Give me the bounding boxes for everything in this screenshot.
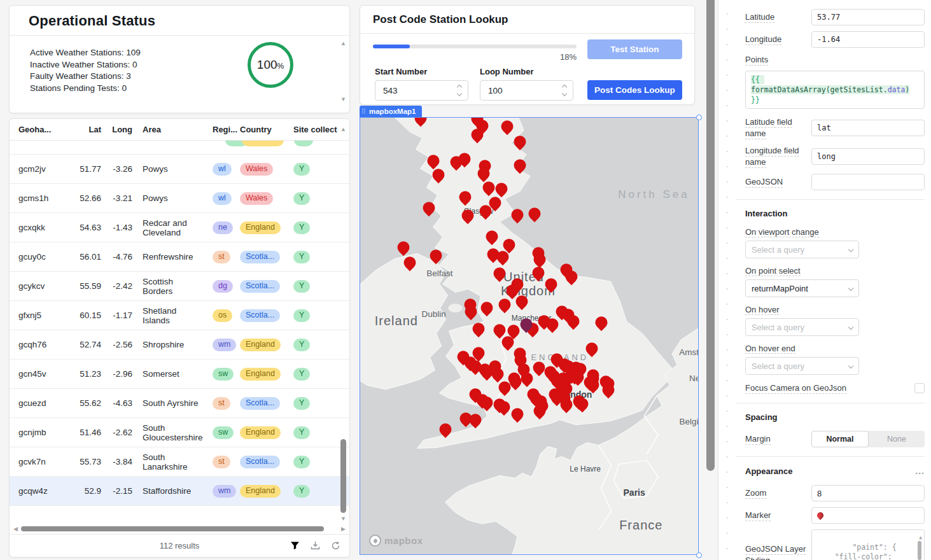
- longitude-input[interactable]: -1.64: [811, 31, 925, 48]
- mapbox-map[interactable]: North SeaGlasgowBelfastDublinIrelandUnit…: [360, 117, 699, 555]
- table-row-partial[interactable]: [10, 141, 349, 155]
- map-label: Le Havre: [570, 465, 601, 473]
- progress-label: 18%: [373, 52, 577, 62]
- region-badge: wl: [213, 192, 232, 205]
- mapbox-logo[interactable]: mapbox: [369, 535, 423, 547]
- geojson-styling-editor[interactable]: "paint": { "fill-color": "blue", } ▲: [811, 529, 925, 560]
- country-badge: Scotla...: [240, 280, 280, 293]
- table-row[interactable]: gcnjmb51.46-2.62South GloucestershireswE…: [10, 418, 349, 447]
- margin-option-normal[interactable]: Normal: [811, 431, 869, 447]
- region-badge: st: [213, 456, 230, 468]
- long-cell: -2.62: [101, 428, 132, 437]
- stepper-icons[interactable]: [563, 85, 566, 95]
- column-header-long[interactable]: Long: [101, 125, 132, 134]
- table-vertical-scrollbar[interactable]: [340, 439, 346, 513]
- horizontal-scrollbar-thumb[interactable]: [21, 526, 324, 531]
- scroll-right-icon[interactable]: ▶: [341, 526, 346, 532]
- country-badge: Wales: [240, 192, 273, 205]
- latitude-input[interactable]: 53.77: [811, 9, 925, 25]
- table-row[interactable]: gcms1h52.66-3.21PowyswlWalesY: [10, 184, 349, 213]
- column-header-geohash[interactable]: Geoha...: [18, 125, 72, 134]
- event-query-select[interactable]: Select a query: [745, 318, 859, 336]
- resize-handle-top-right[interactable]: [696, 115, 702, 120]
- column-header-lat[interactable]: Lat: [72, 125, 101, 134]
- event-query-select[interactable]: returnMapPoint: [745, 279, 859, 297]
- latitude-field-name-input[interactable]: lat: [811, 120, 925, 136]
- geohash-cell: gcqw4z: [18, 486, 72, 496]
- table-scroll-down-icon[interactable]: ▼: [340, 516, 346, 522]
- table-row[interactable]: gcm2jv51.77-3.26PowyswlWalesY: [10, 155, 349, 184]
- country-badge: Scotla...: [240, 251, 280, 263]
- test-station-button[interactable]: Test Station: [587, 39, 682, 59]
- table-row[interactable]: gcn45v51.23-2.96SomersetswEnglandY: [10, 360, 349, 389]
- region-badge: dg: [213, 280, 233, 293]
- lat-cell: 52.66: [72, 193, 101, 203]
- table-horizontal-scrollbar[interactable]: ◀ ▶: [10, 524, 349, 534]
- stepper-icons[interactable]: [458, 85, 461, 95]
- refresh-icon[interactable]: [331, 541, 340, 550]
- column-header-country[interactable]: Country: [240, 125, 293, 134]
- progress-ring-unit: %: [277, 62, 284, 71]
- table-scroll-up-icon[interactable]: ▲: [340, 127, 346, 132]
- scroll-left-icon[interactable]: ◀: [13, 526, 18, 532]
- long-cell: -1.43: [101, 223, 132, 232]
- longitude-field-name-input[interactable]: long: [811, 148, 925, 165]
- drag-handle-icon[interactable]: [362, 109, 366, 115]
- region-badge: ne: [213, 221, 233, 234]
- chevron-down-icon: [848, 247, 853, 252]
- site-badge: [294, 141, 313, 146]
- column-header-region[interactable]: Regi...: [204, 125, 240, 134]
- resize-handle-bottom-right[interactable]: [696, 552, 702, 558]
- lat-cell: 60.15: [72, 311, 101, 320]
- postcode-lookup-card: Post Code Station Lookup 18% Test Statio…: [360, 5, 695, 105]
- loop-number-input[interactable]: 100: [480, 80, 573, 101]
- focus-camera-checkbox[interactable]: [914, 383, 925, 393]
- long-cell: -4.63: [101, 398, 132, 408]
- column-header-area[interactable]: Area: [132, 125, 204, 134]
- marker-input[interactable]: [811, 507, 925, 524]
- table-row[interactable]: gcxqkk54.63-1.43Redcar and ClevelandneEn…: [10, 213, 349, 242]
- filter-icon[interactable]: [290, 541, 300, 550]
- table-row[interactable]: gcuy0c56.01-4.76RenfrewshirestScotla...Y: [10, 242, 349, 272]
- start-number-label: Start Number: [375, 67, 427, 76]
- margin-option-none[interactable]: None: [869, 431, 925, 447]
- post-codes-lookup-button[interactable]: Post Codes Lookup: [587, 80, 682, 100]
- table-row[interactable]: gcuezd55.62-4.63South AyrshirestScotla..…: [10, 389, 349, 418]
- region-badge: wl: [213, 163, 232, 176]
- table-row[interactable]: gfxnj560.15-1.17Shetland IslandsosScotla…: [10, 301, 349, 330]
- country-badge: Scotla...: [240, 309, 280, 322]
- event-label: On viewport change: [745, 227, 925, 237]
- map-label: Paris: [624, 487, 645, 498]
- operational-status-card: Operational Status Active Weather Statio…: [9, 5, 350, 113]
- points-code-editor[interactable]: {{ formatDataAsArray(getSitesList.data)}…: [745, 71, 925, 109]
- lat-cell: 54.63: [72, 223, 101, 232]
- component-tag-mapboxmap1[interactable]: mapboxMap1: [360, 106, 422, 117]
- country-badge: England: [240, 339, 281, 351]
- progress-bar: [373, 45, 577, 48]
- editor-scrollbar-thumb[interactable]: [918, 541, 921, 560]
- table-row[interactable]: gcvk7n55.73-3.84South LanarkshirestScotl…: [10, 447, 349, 477]
- appearance-menu-icon[interactable]: ...: [915, 466, 925, 476]
- lat-cell: 51.77: [72, 164, 101, 174]
- canvas-vertical-scrollbar[interactable]: [706, 0, 715, 471]
- map-label: North Sea: [618, 188, 690, 201]
- lat-cell: 52.74: [72, 340, 101, 349]
- event-query-select[interactable]: Select a query: [745, 241, 859, 258]
- lat-cell: 51.46: [72, 428, 101, 437]
- download-icon[interactable]: [311, 541, 320, 550]
- mapbox-wordmark: mapbox: [384, 535, 423, 546]
- scroll-down-icon[interactable]: ▼: [340, 97, 346, 102]
- geohash-cell: gcxqkk: [18, 223, 72, 232]
- table-row[interactable]: gcykcv55.59-2.42Scottish BordersdgScotla…: [10, 272, 349, 301]
- margin-segmented-control[interactable]: Normal None: [811, 431, 925, 447]
- table-row[interactable]: gcqh7652.74-2.56ShropshirewmEnglandY: [10, 330, 349, 360]
- table-row[interactable]: gcqw4z52.9-2.15StaffordshirewmEnglandY: [10, 477, 349, 506]
- zoom-input[interactable]: 8: [811, 485, 925, 501]
- geojson-input[interactable]: [811, 174, 925, 190]
- event-query-select[interactable]: Select a query: [745, 357, 859, 375]
- scroll-up-icon[interactable]: ▲: [340, 41, 346, 46]
- start-number-input[interactable]: 543: [375, 80, 468, 101]
- progress-ring-value: 100: [257, 58, 277, 72]
- marker-pin-icon: [816, 511, 825, 520]
- geohash-cell: gcykcv: [18, 281, 72, 291]
